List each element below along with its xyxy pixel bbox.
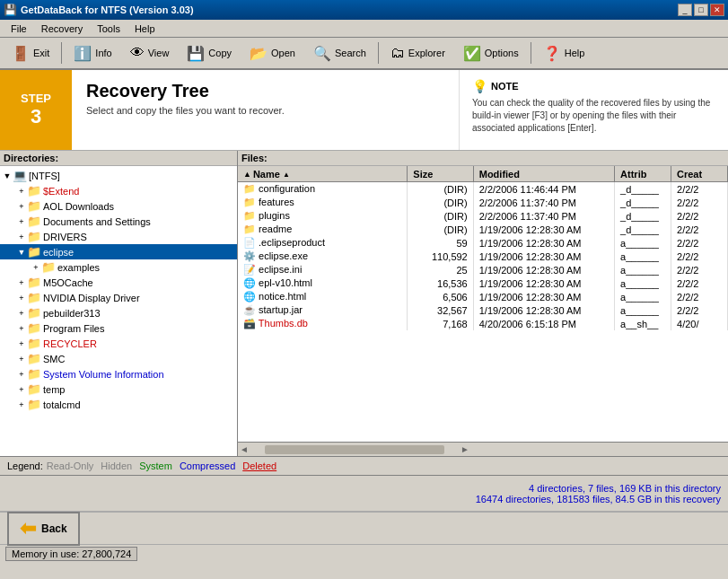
- cell-name: 📄 .eclipseproduct: [238, 236, 408, 250]
- tree-item-nvidia[interactable]: + 📁 NVIDIA Display Driver: [0, 290, 237, 305]
- tree-item-program[interactable]: + 📁 Program Files: [0, 320, 237, 336]
- expand-drivers[interactable]: +: [16, 232, 27, 241]
- folder-icon-program: 📁: [27, 321, 41, 335]
- exit-button[interactable]: 🚪 Exit: [4, 39, 57, 66]
- cell-created: 2/2/2: [671, 303, 728, 317]
- table-row[interactable]: ☕ startup.jar 32,567 1/19/2006 12:28:30 …: [238, 303, 728, 317]
- tree-item-recycler[interactable]: + 📁 RECYCLER: [0, 336, 237, 351]
- col-modified[interactable]: Modified: [473, 166, 614, 182]
- col-created[interactable]: Creat: [671, 166, 728, 182]
- expand-extend[interactable]: +: [16, 187, 27, 196]
- search-button[interactable]: 🔍 Search: [305, 39, 374, 66]
- view-button[interactable]: 👁 View: [122, 39, 178, 66]
- expand-docs[interactable]: +: [16, 217, 27, 226]
- view-icon: 👁: [130, 45, 145, 61]
- expand-nvidia[interactable]: +: [16, 294, 27, 303]
- view-label: View: [148, 48, 170, 58]
- col-size[interactable]: Size: [408, 166, 473, 182]
- table-row[interactable]: 📁 features (DIR) 2/2/2006 11:37:40 PM _d…: [238, 196, 728, 209]
- expand-examples[interactable]: +: [31, 263, 41, 272]
- back-button[interactable]: ⬅ Back: [7, 512, 80, 546]
- memory-bar: Memory in use: 27,800,724: [0, 544, 728, 562]
- table-row[interactable]: 📁 configuration (DIR) 2/2/2006 11:46:44 …: [238, 182, 728, 197]
- expand-eclipse[interactable]: ▼: [16, 248, 27, 257]
- tree-item-aol[interactable]: + 📁 AOL Downloads: [0, 198, 237, 214]
- tree-item-extend[interactable]: + 📁 $Extend: [0, 183, 237, 198]
- open-label: Open: [271, 48, 295, 58]
- tree-item-eclipse[interactable]: ▼ 📁 eclipse: [0, 244, 237, 259]
- title-bar-left: 💾 GetDataBack for NTFS (Version 3.03): [4, 4, 194, 16]
- table-row[interactable]: 🌐 notice.html 6,506 1/19/2006 12:28:30 A…: [238, 290, 728, 303]
- cell-attrib: a______: [615, 290, 671, 303]
- scroll-left-btn[interactable]: ◄: [238, 444, 250, 454]
- menu-tools[interactable]: Tools: [90, 22, 127, 36]
- back-area: ⬅ Back: [0, 512, 728, 544]
- table-header: ▲ Name Size Modified Attrib Creat: [238, 166, 728, 182]
- cell-name: 🌐 epl-v10.html: [238, 276, 408, 290]
- cell-modified: 2/2/2006 11:37:40 PM: [473, 196, 614, 209]
- tree-item-ntfs[interactable]: ▼ 💻 [NTFS]: [0, 168, 237, 183]
- expand-totalcmd[interactable]: +: [16, 400, 27, 409]
- help-button[interactable]: ❓ Help: [535, 39, 593, 66]
- expand-m5ocache[interactable]: +: [16, 278, 27, 287]
- menu-help[interactable]: Help: [127, 22, 162, 36]
- files-label: Files:: [238, 151, 728, 166]
- tree-item-totalcmd[interactable]: + 📁 totalcmd: [0, 397, 237, 412]
- expand-program[interactable]: +: [16, 324, 27, 333]
- status-bar: 4 directories, 7 files, 169 KB in this d…: [0, 476, 728, 512]
- tree-item-docs[interactable]: + 📁 Documents and Settings: [0, 214, 237, 229]
- maximize-button[interactable]: □: [694, 4, 708, 16]
- tree-item-m5ocache[interactable]: + 📁 M5OCache: [0, 275, 237, 290]
- info-button[interactable]: ℹ️ Info: [66, 39, 119, 66]
- cell-modified: 1/19/2006 12:28:30 AM: [473, 236, 614, 250]
- tree-item-pebuilder[interactable]: + 📁 pebuilder313: [0, 305, 237, 320]
- explorer-button[interactable]: 🗂 Explorer: [382, 39, 453, 66]
- help-icon: ❓: [543, 45, 561, 62]
- menu-recovery[interactable]: Recovery: [34, 22, 90, 36]
- expand-aol[interactable]: +: [16, 202, 27, 211]
- expand-pebuilder[interactable]: +: [16, 309, 27, 318]
- expand-recycler[interactable]: +: [16, 339, 27, 348]
- options-button[interactable]: ✅ Options: [455, 39, 527, 66]
- title-bar-buttons[interactable]: _ □ ✕: [678, 4, 724, 16]
- horizontal-scrollbar[interactable]: ◄ ►: [238, 442, 728, 456]
- tree-item-drivers[interactable]: + 📁 DRIVERS: [0, 229, 237, 244]
- folder-icon-recycler: 📁: [27, 337, 41, 350]
- table-row[interactable]: 📄 .eclipseproduct 59 1/19/2006 12:28:30 …: [238, 236, 728, 250]
- tree-item-temp[interactable]: + 📁 temp: [0, 382, 237, 397]
- table-row[interactable]: 🗃️ Thumbs.db 7,168 4/20/2006 6:15:18 PM …: [238, 317, 728, 330]
- tree-item-sysvolinfo[interactable]: + 📁 System Volume Information: [0, 366, 237, 382]
- cell-modified: 2/2/2006 11:37:40 PM: [473, 209, 614, 223]
- table-row[interactable]: 📁 plugins (DIR) 2/2/2006 11:37:40 PM _d_…: [238, 209, 728, 223]
- menu-file[interactable]: File: [4, 22, 34, 36]
- minimize-button[interactable]: _: [678, 4, 692, 16]
- directories-label: Directories:: [0, 151, 237, 166]
- files-table-wrapper[interactable]: ▲ Name Size Modified Attrib Creat 📁 conf…: [238, 166, 728, 442]
- cell-created: 2/2/2: [671, 276, 728, 290]
- expand-temp[interactable]: +: [16, 385, 27, 394]
- copy-button[interactable]: 💾 Copy: [179, 39, 240, 66]
- expand-ntfs[interactable]: ▼: [2, 171, 13, 180]
- expand-sysvolinfo[interactable]: +: [16, 370, 27, 379]
- tree-item-smc[interactable]: + 📁 SMC: [0, 351, 237, 366]
- table-row[interactable]: 📝 eclipse.ini 25 1/19/2006 12:28:30 AM a…: [238, 263, 728, 276]
- scroll-thumb[interactable]: [265, 445, 444, 454]
- menu-bar: File Recovery Tools Help: [0, 20, 728, 38]
- file-icon: 📁: [243, 210, 256, 221]
- tree-item-examples[interactable]: + 📁 examples: [0, 259, 237, 275]
- cell-size: 25: [408, 263, 473, 276]
- table-row[interactable]: ⚙️ eclipse.exe 110,592 1/19/2006 12:28:3…: [238, 250, 728, 263]
- folder-icon-examples: 📁: [41, 260, 56, 274]
- cell-created: 2/2/2: [671, 209, 728, 223]
- cell-created: 2/2/2: [671, 196, 728, 209]
- scroll-right-btn[interactable]: ►: [459, 444, 471, 454]
- col-attrib[interactable]: Attrib: [615, 166, 671, 182]
- table-row[interactable]: 📁 readme (DIR) 1/19/2006 12:28:30 AM _d_…: [238, 223, 728, 236]
- dir-tree[interactable]: ▼ 💻 [NTFS] + 📁 $Extend + 📁 AOL Downloads…: [0, 166, 237, 456]
- expand-smc[interactable]: +: [16, 355, 27, 364]
- table-row[interactable]: 🌐 epl-v10.html 16,536 1/19/2006 12:28:30…: [238, 276, 728, 290]
- open-button[interactable]: 📂 Open: [241, 39, 303, 66]
- close-button[interactable]: ✕: [710, 4, 724, 16]
- col-name[interactable]: ▲ Name: [238, 166, 408, 182]
- folder-icon-drivers: 📁: [27, 230, 41, 243]
